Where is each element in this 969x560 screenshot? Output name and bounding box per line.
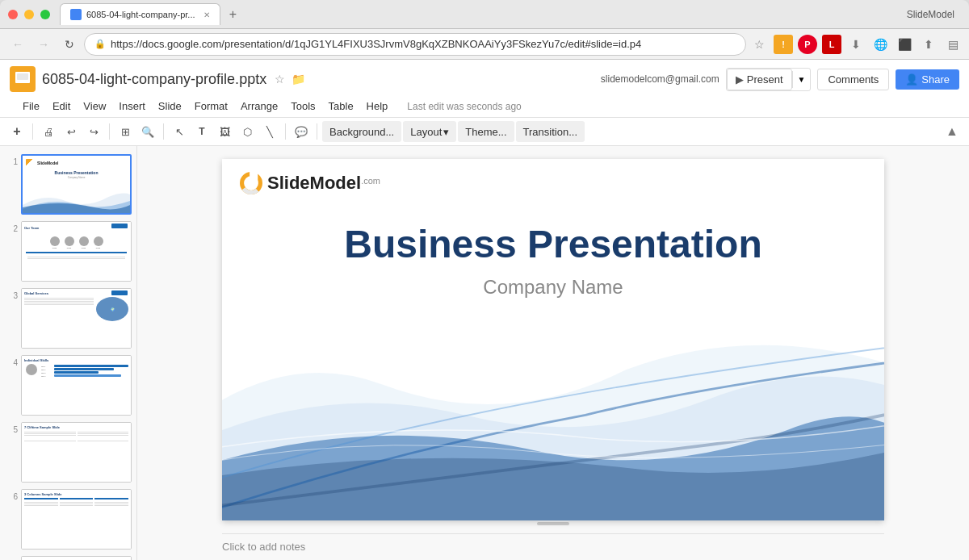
menu-format[interactable]: Format [188,97,234,115]
toolbar-sep-1 [32,123,33,140]
extension-icon-3[interactable]: ⬇ [846,35,866,54]
ssl-lock-icon: 🔒 [94,39,106,49]
slidemodel-logo-icon [238,172,264,194]
docs-title-row: 6085-04-light-company-profile.pptx ☆ 📁 s… [10,63,959,95]
slide-thumb-3: Global Services 🌍 [21,288,132,349]
slide-number-5: 5 [5,422,18,434]
menu-bar: File Edit View Insert Slide Format Arran… [10,95,959,117]
present-dropdown-button[interactable]: ▼ [792,71,811,88]
refresh-button[interactable]: ↻ [58,33,81,56]
slide-6[interactable]: 6 3 Columns Sample Slide [3,487,133,551]
notes-placeholder[interactable]: Click to add notes [222,541,305,553]
text-button[interactable]: T [191,121,212,142]
slide-5[interactable]: 5 7 Cliftime Sample Slide [3,420,133,484]
layout-chevron-icon: ▾ [443,126,449,138]
minimize-button[interactable] [24,10,34,19]
present-button[interactable]: ▶ Present [727,69,792,90]
slide-number-1: 1 [5,154,18,166]
menu-help[interactable]: Help [360,97,395,115]
slide-thumb-6: 3 Columns Sample Slide [21,489,132,550]
tab-area: 6085-04-light-company-pr... ✕ + [60,3,907,25]
slide-wave-background [222,340,884,520]
url-bar[interactable]: 🔒 https://docs.google.com/presentation/d… [84,33,746,56]
slide-7[interactable]: 7 Work Process Sample [3,554,133,560]
window-title: SlideModel [907,9,961,20]
notes-resize-handle[interactable] [222,520,884,527]
select-button[interactable]: ⊞ [115,121,136,142]
slide-subtitle: Company Name [222,276,884,299]
slide-number-7: 7 [5,556,18,560]
comments-button[interactable]: Comments [817,69,889,90]
menu-file[interactable]: File [16,97,46,115]
last-edit-status: Last edit was seconds ago [407,101,521,112]
cursor-button[interactable]: ↖ [169,121,190,142]
transition-button[interactable]: Transition... [516,121,585,142]
logo-com: .com [361,176,380,186]
forward-button[interactable]: → [32,33,55,56]
slide-logo-area: SlideModel.com [238,172,380,194]
menu-table[interactable]: Table [322,97,360,115]
svg-rect-2 [17,73,28,80]
add-button[interactable]: + [6,121,27,142]
share-person-icon: 👤 [905,73,918,86]
menu-view[interactable]: View [77,97,112,115]
slide-1[interactable]: 1 SlideModel Business Presentation Compa… [3,153,133,216]
menu-tools[interactable]: Tools [284,97,321,115]
extension-icon-2[interactable]: L [822,35,841,54]
menu-arrange[interactable]: Arrange [234,97,284,115]
slide-thumb-7: Work Process Sample [21,556,132,560]
toolbar-sep-2 [109,123,110,140]
slide-canvas[interactable]: SlideModel.com Business Presentation Com… [222,159,884,520]
back-button[interactable]: ← [6,33,29,56]
extension-icon-1[interactable]: ! [774,35,793,54]
layout-button[interactable]: Layout ▾ [403,121,456,142]
share-label: Share [921,73,950,86]
tab-favicon-icon [70,9,82,20]
print-button[interactable]: 🖨 [38,121,59,142]
slide-4[interactable]: 4 Individual Skills Skill 1 [3,353,133,417]
comment-add-button[interactable]: 💬 [291,121,312,142]
collapse-toolbar-button[interactable]: ▲ [942,121,963,142]
browser-tab[interactable]: 6085-04-light-company-pr... ✕ [60,3,220,25]
extension-icon-5[interactable]: ⬛ [895,35,914,54]
new-tab-button[interactable]: + [224,5,243,24]
close-button[interactable] [8,10,18,19]
theme-label: Theme... [465,126,506,138]
menu-insert[interactable]: Insert [112,97,152,115]
undo-button[interactable]: ↩ [61,121,82,142]
folder-icon[interactable]: 📁 [292,73,305,86]
redo-button[interactable]: ↪ [83,121,104,142]
maximize-button[interactable] [40,10,50,19]
slides-panel: 1 SlideModel Business Presentation Compa… [0,146,137,560]
extension-icon-7[interactable]: ▤ [943,35,963,54]
notes-area: Click to add notes [222,527,884,560]
docs-header: 6085-04-light-company-profile.pptx ☆ 📁 s… [0,60,969,118]
star-icon[interactable]: ☆ [275,73,285,86]
play-icon: ▶ [736,73,744,86]
tab-close-icon[interactable]: ✕ [203,10,210,19]
zoom-button[interactable]: 🔍 [137,121,158,142]
slide-thumb-1: SlideModel Business Presentation Company… [21,154,132,215]
background-button[interactable]: Background... [322,121,401,142]
extension-icon-4[interactable]: 🌐 [870,35,890,54]
tab-title: 6085-04-light-company-pr... [86,10,195,19]
logo-name: SlideModel [267,173,361,193]
extension-icon-6[interactable]: ⬆ [919,35,938,54]
line-button[interactable]: ╲ [259,121,280,142]
pinterest-icon[interactable]: P [798,35,817,54]
slide-thumb-4: Individual Skills Skill 1 [21,355,132,416]
shapes-button[interactable]: ⬡ [237,121,258,142]
slide-3[interactable]: 3 Global Services [3,286,133,350]
docs-app-icon [10,66,36,92]
menu-slide[interactable]: Slide [152,97,188,115]
theme-button[interactable]: Theme... [458,121,514,142]
image-button[interactable]: 🖼 [214,121,235,142]
toolbar-sep-3 [163,123,164,140]
comments-label: Comments [828,73,879,86]
file-name: 6085-04-light-company-profile.pptx [42,71,266,88]
slide-2[interactable]: 2 Our Team Name [3,219,133,283]
svg-rect-4 [250,172,258,182]
share-button[interactable]: 👤 Share [896,69,959,90]
bookmark-star-icon[interactable]: ☆ [749,35,769,54]
menu-edit[interactable]: Edit [46,97,77,115]
